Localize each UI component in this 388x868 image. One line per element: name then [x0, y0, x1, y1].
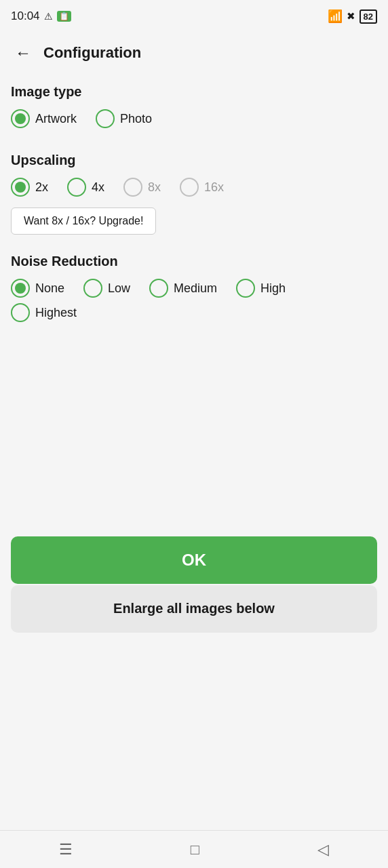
highest-radio-outer	[11, 303, 30, 322]
low-radio-outer	[83, 279, 102, 298]
battery-indicator: 82	[360, 9, 377, 24]
upscaling-16x: 16x	[180, 178, 224, 197]
16x-radio-outer	[180, 178, 199, 197]
back-button[interactable]: ←	[11, 41, 35, 65]
status-bar-right: 📶 ✖ 82	[328, 9, 377, 24]
app-icon: 📋	[57, 11, 71, 22]
artwork-radio-inner	[15, 113, 26, 124]
enlarge-button[interactable]: Enlarge all images below	[11, 585, 377, 633]
image-type-artwork[interactable]: Artwork	[11, 109, 77, 128]
image-type-photo[interactable]: Photo	[96, 109, 152, 128]
noise-medium[interactable]: Medium	[149, 279, 217, 298]
upgrade-button[interactable]: Want 8x / 16x? Upgrade!	[11, 208, 156, 235]
2x-radio-outer	[11, 178, 30, 197]
signal-x-icon: ✖	[347, 10, 355, 22]
noise-reduction-radio-group: None Low Medium High	[11, 279, 377, 303]
image-type-title: Image type	[11, 84, 377, 100]
2x-label: 2x	[35, 180, 48, 195]
wifi-icon: 📶	[328, 9, 343, 24]
none-radio-outer	[11, 279, 30, 298]
noise-reduction-radio-group-2: Highest	[11, 303, 377, 328]
2x-radio-inner	[15, 182, 26, 193]
4x-label: 4x	[92, 180, 104, 195]
content: Image type Artwork Photo Upscaling 2	[0, 73, 388, 531]
home-icon[interactable]: □	[191, 841, 199, 859]
upscaling-radio-group: 2x 4x 8x 16x	[11, 178, 377, 202]
upscaling-title: Upscaling	[11, 153, 377, 168]
noise-highest[interactable]: Highest	[11, 303, 77, 322]
8x-label: 8x	[148, 180, 161, 195]
menu-icon[interactable]: ☰	[59, 841, 73, 859]
status-time: 10:04	[11, 9, 40, 23]
photo-label: Photo	[120, 112, 152, 126]
4x-radio-outer	[67, 178, 86, 197]
noise-reduction-section: Noise Reduction None Low Medium	[11, 254, 377, 328]
warning-icon: ⚠	[44, 11, 53, 22]
none-radio-inner	[15, 283, 26, 294]
noise-high[interactable]: High	[236, 279, 286, 298]
high-radio-outer	[236, 279, 255, 298]
medium-radio-outer	[149, 279, 168, 298]
bottom-nav: ☰ □ ◁	[0, 830, 388, 868]
8x-radio-outer	[123, 178, 142, 197]
upscaling-section: Upscaling 2x 4x 8x 16x	[11, 153, 377, 235]
noise-none[interactable]: None	[11, 279, 64, 298]
ok-button[interactable]: OK	[11, 536, 377, 584]
image-type-radio-group: Artwork Photo	[11, 109, 377, 134]
artwork-radio-outer	[11, 109, 30, 128]
16x-label: 16x	[204, 180, 224, 195]
noise-low[interactable]: Low	[83, 279, 130, 298]
buttons-area: OK Enlarge all images below	[0, 536, 388, 633]
status-bar: 10:04 ⚠ 📋 📶 ✖ 82	[0, 0, 388, 33]
high-label: High	[260, 281, 286, 296]
none-label: None	[35, 281, 64, 296]
status-bar-left: 10:04 ⚠ 📋	[11, 9, 71, 23]
upscaling-4x[interactable]: 4x	[67, 178, 104, 197]
noise-reduction-title: Noise Reduction	[11, 254, 377, 269]
photo-radio-outer	[96, 109, 115, 128]
upscaling-8x: 8x	[123, 178, 161, 197]
highest-label: Highest	[35, 306, 77, 320]
low-label: Low	[108, 281, 130, 296]
medium-label: Medium	[174, 281, 217, 296]
artwork-label: Artwork	[35, 112, 77, 126]
back-arrow-icon: ←	[15, 45, 31, 61]
image-type-section: Image type Artwork Photo	[11, 84, 377, 134]
spacer	[0, 646, 388, 831]
page-title: Configuration	[43, 44, 141, 62]
upscaling-2x[interactable]: 2x	[11, 178, 48, 197]
back-nav-icon[interactable]: ◁	[317, 841, 329, 859]
header: ← Configuration	[0, 33, 388, 73]
